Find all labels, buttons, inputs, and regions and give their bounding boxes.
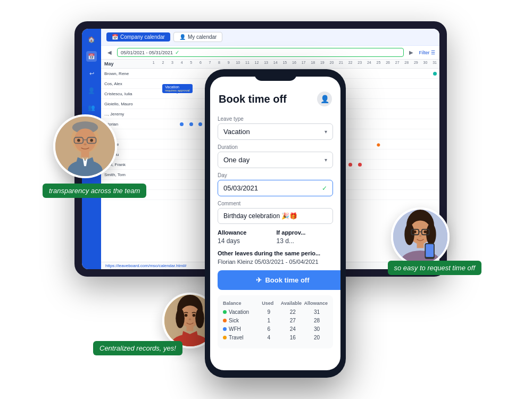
day-input[interactable]: 05/03/2021 ✓ [218,180,333,196]
balance-row-sick: Sick 1 27 28 [223,318,328,323]
allowance-table: Allowance 14 days If approv... 13 d... [218,229,333,245]
chevron-down-icon: ▾ [325,129,327,135]
sidebar-home-icon[interactable]: 🏠 [86,34,97,45]
month-label: May [101,60,149,68]
sidebar-calendar-icon[interactable]: 📅 [86,51,97,62]
comment-label: Comment [218,201,333,206]
transparency-label: transparency across the team [43,184,146,198]
balance-section: Balance Used Available Allowance Vacatio… [218,295,333,348]
balance-row-wfh: WFH 6 24 30 [223,326,328,332]
check-icon: ✓ [175,49,179,55]
leave-type-group: Leave type Vacation ▾ [218,116,333,140]
phone-screen: Book time off 👤 Leave type Vacation ▾ Du… [210,77,340,370]
user-avatar-icon: 👤 [317,92,332,106]
calendar-header: May 1 2 3 4 5 6 7 8 9 10 11 12 13 [101,60,439,69]
company-calendar-tab[interactable]: 📅 Company calendar [106,32,170,41]
top-nav: 📅 Company calendar 👤 My calendar [101,29,439,46]
prev-btn[interactable]: ◀ [105,48,114,57]
balance-col-header: Balance [223,301,255,306]
allowance-section: Allowance 14 days If approv... 13 d... [218,229,333,245]
phone-notch [254,69,297,81]
svg-point-31 [176,309,185,328]
easy-label: so easy to request time off [388,261,481,275]
svg-point-35 [189,318,192,320]
phone-header: Book time off 👤 [210,77,340,112]
calendar-toolbar: ◀ 05/01/2021 - 05/31/2021 ✓ ▶ Filter ☰ [101,46,439,60]
date-range[interactable]: 05/01/2021 - 05/31/2021 ✓ [117,48,404,57]
leave-type-label: Leave type [218,116,333,122]
duration-group: Duration One day ▾ [218,144,333,168]
centralized-label: Centralized records, yes! [93,341,182,355]
svg-rect-36 [187,325,194,331]
svg-point-32 [195,309,204,328]
sidebar-history-icon[interactable]: ↩ [86,68,97,79]
filter-btn[interactable]: Filter ☰ [419,50,435,55]
comment-group: Comment Birthday celebration 🎉🎁 [218,201,333,224]
next-btn[interactable]: ▶ [407,48,415,57]
balance-row-vacation: Vacation 9 22 31 [223,309,328,315]
svg-point-33 [185,314,188,317]
comment-input[interactable]: Birthday celebration 🎉🎁 [218,208,333,224]
other-leaves-section: Other leaves during the same perio... Fl… [218,250,333,265]
svg-point-23 [419,235,422,237]
my-calendar-tab[interactable]: 👤 My calendar [173,32,222,42]
balance-header: Balance Used Available Allowance [223,301,328,306]
svg-rect-11 [81,150,89,157]
avatar-female [391,207,450,266]
check-green-icon: ✓ [322,185,327,192]
sidebar-user-icon[interactable]: 👤 [86,85,97,96]
company-cal-icon: 📅 [112,34,118,40]
duration-label: Duration [218,144,333,150]
day-label: Day [218,172,333,178]
duration-select[interactable]: One day ▾ [218,152,333,168]
page-title: Book time off [219,93,287,105]
svg-point-21 [413,230,417,234]
vacation-tooltip: Vacation requires approval [162,84,192,93]
svg-point-7 [77,139,80,142]
other-leave-entry: Florian Kleinz 05/03/2021 - 05/04/2021 [218,259,333,265]
svg-rect-26 [426,244,434,257]
avatar-male [53,114,117,178]
phone-device: Book time off 👤 Leave type Vacation ▾ Du… [205,69,346,378]
svg-rect-24 [417,242,424,248]
svg-point-9 [84,143,87,145]
leave-type-select[interactable]: Vacation ▾ [218,123,333,140]
book-time-off-button[interactable]: ✈ Book time off [218,270,340,290]
balance-row-travel: Travel 4 16 20 [223,335,328,340]
svg-point-22 [423,230,427,234]
my-cal-icon: 👤 [179,34,186,40]
svg-point-8 [90,139,93,142]
day-numbers: 1 2 3 4 5 6 7 8 9 10 11 12 13 14 [149,60,439,68]
svg-point-34 [193,314,196,317]
day-group: Day 05/03/2021 ✓ [218,172,333,196]
sidebar-people-icon[interactable]: 👥 [86,102,97,113]
chevron-down-icon: ▾ [325,157,327,163]
send-icon: ✈ [256,276,262,284]
